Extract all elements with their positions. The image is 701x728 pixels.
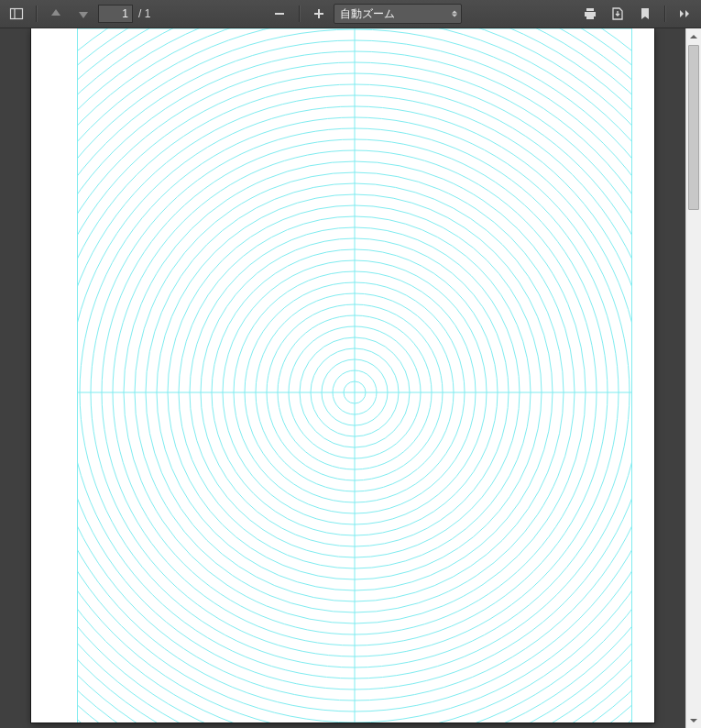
scroll-down-button[interactable] (686, 712, 701, 728)
vertical-scrollbar[interactable] (685, 28, 701, 728)
zoom-select[interactable]: 自動ズーム (334, 4, 462, 24)
document-viewport[interactable] (0, 28, 685, 728)
download-button[interactable] (605, 3, 630, 25)
svg-rect-0 (11, 9, 23, 19)
viewer-area (0, 28, 701, 728)
scroll-thumb[interactable] (688, 45, 699, 210)
tools-menu-button[interactable] (672, 3, 697, 25)
next-page-button[interactable] (71, 3, 96, 25)
zoom-in-button[interactable] (306, 3, 332, 25)
svg-rect-4 (318, 9, 320, 18)
updown-icon (452, 11, 457, 17)
sidebar-toggle-button[interactable] (4, 3, 29, 25)
zoom-out-button[interactable] (267, 3, 292, 25)
polar-grid-graphic (77, 28, 632, 722)
toolbar-separator (664, 6, 665, 22)
page-number-input[interactable] (98, 5, 133, 23)
prev-page-button[interactable] (43, 3, 69, 25)
scroll-up-button[interactable] (686, 28, 701, 44)
svg-rect-2 (275, 13, 284, 15)
toolbar-separator (299, 6, 300, 22)
zoom-select-label: 自動ズーム (340, 6, 395, 22)
print-button[interactable] (577, 3, 603, 25)
page-total-label: / 1 (138, 7, 150, 20)
toolbar-separator (36, 6, 37, 22)
bookmark-button[interactable] (632, 3, 658, 25)
pdf-toolbar: / 1 自動ズーム (0, 0, 701, 28)
pdf-page (31, 28, 654, 722)
